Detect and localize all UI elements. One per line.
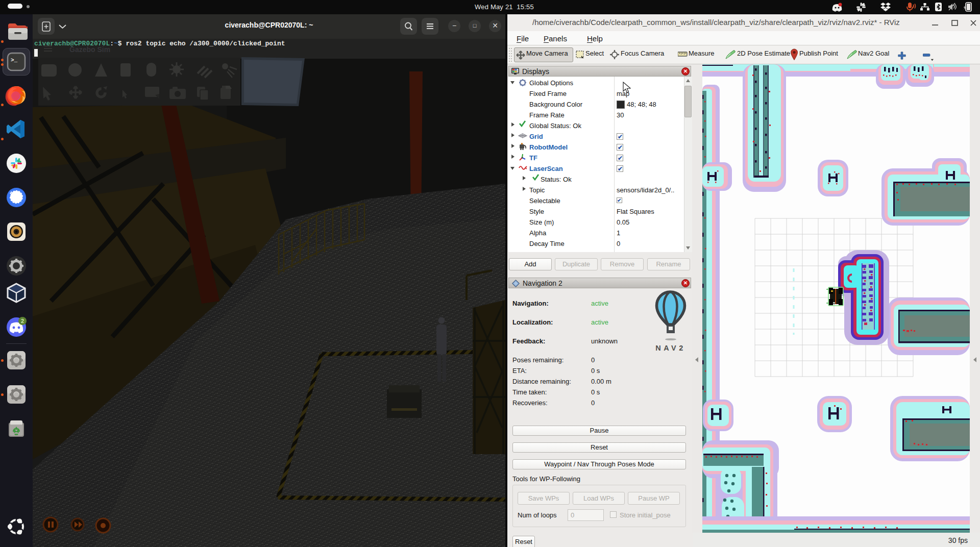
svg-text:2: 2: [21, 318, 24, 324]
svg-text:>_: >_: [11, 57, 18, 63]
svg-text:NAV2: NAV2: [655, 344, 686, 352]
